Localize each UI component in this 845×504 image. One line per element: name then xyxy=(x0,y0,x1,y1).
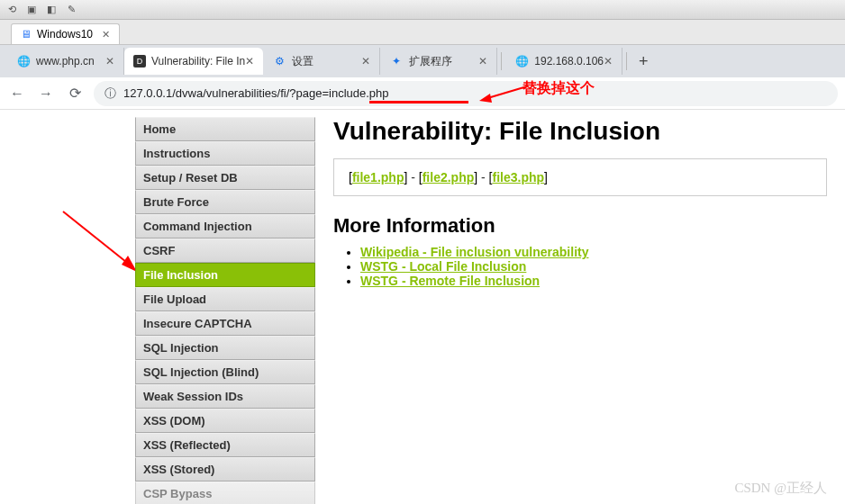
url-input[interactable]: ⓘ 127.0.0.1/dvwa/vulnerabilities/fi/?pag… xyxy=(94,81,838,106)
new-tab-button[interactable]: + xyxy=(631,49,656,74)
page-title: Vulnerability: File Inclusion xyxy=(333,117,827,146)
host-toolbar: ⟲▣◧✎ xyxy=(0,0,845,20)
info-icon: ⓘ xyxy=(104,86,116,102)
info-link[interactable]: WSTG - Local File Inclusion xyxy=(360,259,526,274)
file-link[interactable]: file1.php xyxy=(352,170,404,184)
monitor-icon: 🖥 xyxy=(21,28,32,40)
info-link[interactable]: Wikipedia - File inclusion vulnerability xyxy=(360,245,588,259)
sidebar-item-file-inclusion[interactable]: File Inclusion xyxy=(135,263,315,287)
sidebar-item-xss-stored[interactable]: XSS (Stored) xyxy=(135,457,315,482)
sidebar-item-captcha[interactable]: Insecure CAPTCHA xyxy=(135,311,315,336)
sidebar-item-setup[interactable]: Setup / Reset DB xyxy=(135,166,315,190)
sidebar-item-xss-dom[interactable]: XSS (DOM) xyxy=(135,409,315,433)
file-link[interactable]: file2.php xyxy=(422,170,475,184)
close-icon[interactable]: ✕ xyxy=(245,55,254,68)
window-tab-bar: 🖥 Windows10 ✕ xyxy=(0,20,845,45)
tab-extensions[interactable]: ✦ 扩展程序 ✕ xyxy=(380,48,497,75)
address-bar: ← → ⟳ ⓘ 127.0.0.1/dvwa/vulnerabilities/f… xyxy=(0,77,845,110)
close-icon[interactable]: ✕ xyxy=(105,55,114,68)
tab-dvwa[interactable]: D Vulnerability: File In ✕ xyxy=(124,48,263,75)
close-icon[interactable]: ✕ xyxy=(604,55,613,68)
reload-button[interactable]: ⟳ xyxy=(65,84,85,104)
sidebar-item-sqli-blind[interactable]: SQL Injection (Blind) xyxy=(135,360,315,384)
browser-tab-bar: 🌐 www.php.cn ✕ D Vulnerability: File In … xyxy=(0,45,845,77)
sidebar-item-bruteforce[interactable]: Brute Force xyxy=(135,190,315,214)
tab-ip[interactable]: 🌐 192.168.0.106 ✕ xyxy=(505,48,622,75)
sidebar: Home Instructions Setup / Reset DB Brute… xyxy=(135,117,315,504)
globe-icon: 🌐 xyxy=(514,54,529,68)
more-info-heading: More Information xyxy=(333,214,827,238)
sidebar-item-command-injection[interactable]: Command Injection xyxy=(135,214,315,238)
sidebar-item-file-upload[interactable]: File Upload xyxy=(135,287,315,311)
url-text: 127.0.0.1/dvwa/vulnerabilities/fi/?page=… xyxy=(123,86,389,100)
main-content: Vulnerability: File Inclusion [file1.php… xyxy=(315,117,845,504)
dvwa-icon: D xyxy=(133,55,146,68)
sidebar-item-sqli[interactable]: SQL Injection xyxy=(135,336,315,360)
sidebar-item-instructions[interactable]: Instructions xyxy=(135,141,315,166)
sidebar-item-home[interactable]: Home xyxy=(135,117,315,141)
file-link[interactable]: file3.php xyxy=(492,170,544,184)
back-button[interactable]: ← xyxy=(7,84,27,104)
window-tab[interactable]: 🖥 Windows10 ✕ xyxy=(11,23,120,44)
window-tab-title: Windows10 xyxy=(37,28,93,40)
puzzle-icon: ✦ xyxy=(389,54,404,68)
close-icon[interactable]: ✕ xyxy=(102,29,110,40)
sidebar-item-csp[interactable]: CSP Bypass xyxy=(135,482,315,504)
sidebar-item-csrf[interactable]: CSRF xyxy=(135,238,315,263)
tab-settings[interactable]: ⚙ 设置 ✕ xyxy=(263,48,380,75)
sidebar-item-xss-reflected[interactable]: XSS (Reflected) xyxy=(135,433,315,457)
file-links-box: [file1.php] - [file2.php] - [file3.php] xyxy=(333,158,827,196)
watermark: CSDN @正经人 xyxy=(734,480,827,497)
close-icon[interactable]: ✕ xyxy=(361,55,370,68)
gear-icon: ⚙ xyxy=(272,54,286,68)
info-link[interactable]: WSTG - Remote File Inclusion xyxy=(360,274,540,288)
info-links-list: Wikipedia - File inclusion vulnerability… xyxy=(333,245,827,288)
forward-button[interactable]: → xyxy=(36,84,56,104)
globe-icon: 🌐 xyxy=(16,54,31,68)
tab-php[interactable]: 🌐 www.php.cn ✕ xyxy=(7,48,124,75)
close-icon[interactable]: ✕ xyxy=(478,55,487,68)
sidebar-item-weak-session[interactable]: Weak Session IDs xyxy=(135,384,315,409)
